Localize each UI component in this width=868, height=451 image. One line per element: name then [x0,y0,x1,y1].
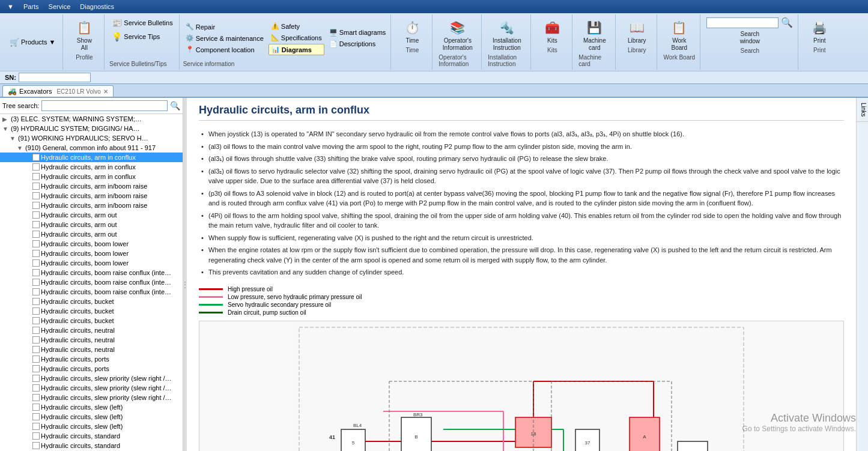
specifications-btn[interactable]: 📐 Specifications [269,32,324,43]
time-button[interactable]: ⏱️ Time [397,17,427,46]
tree-node[interactable]: Hydraulic circuits, ports [0,364,183,374]
tree-checkbox[interactable] [32,423,40,430]
kits-button[interactable]: 🧰 Kits [537,17,567,46]
operators-info-button[interactable]: 📚 Operator's Information [439,17,476,53]
tree-node[interactable]: Hydraulic circuits, boom raise conflux (… [0,287,183,297]
component-location-btn[interactable]: 📍 Component location [183,44,266,55]
smart-diagrams-btn[interactable]: 🖥️ Smart diagrams [327,28,389,38]
tree-node[interactable]: Hydraulic circuits, ports [0,354,183,364]
tree-checkbox[interactable] [32,346,40,353]
library-button[interactable]: 📖 Library [622,17,652,46]
tree-checkbox[interactable] [32,192,40,199]
tree-checkbox[interactable] [32,298,40,305]
tree-node[interactable]: Hydraulic circuits, boom raise conflux (… [0,268,183,277]
tree-node[interactable]: Hydraulic circuits, boom raise conflux (… [0,277,183,287]
tree-node[interactable]: Hydraulic circuits, neutral [0,325,183,335]
tree-checkbox[interactable] [32,211,40,219]
products-dropdown[interactable]: 🛒 Products ▼ [7,37,58,48]
tree-checkbox[interactable] [32,183,40,190]
tree-node[interactable]: Hydraulic circuits, arm in conflux [0,162,183,172]
tree-node[interactable]: Hydraulic circuits, boom lower [0,249,183,258]
tree-checkbox[interactable] [32,404,40,411]
tree-node[interactable]: Hydraulic circuits, arm in/boom raise [0,191,183,201]
service-bulletins-btn[interactable]: 📰 Service Bulletins [109,17,175,29]
tree-checkbox[interactable] [32,288,40,295]
safety-btn[interactable]: ⚠️ Safety [269,21,324,31]
tree-checkbox[interactable] [32,279,40,286]
tree-node[interactable]: Hydraulic circuits, slew (left) [0,402,183,412]
tree-node[interactable]: ▶(3) ELEC. SYSTEM; WARNING SYSTEM; INFOR… [0,114,183,124]
tree-node[interactable]: Hydraulic circuits, bucket [0,316,183,325]
diagnostics-tab[interactable]: Diagnostics [75,2,119,11]
machine-card-button[interactable]: 💾 Machine card [578,17,610,53]
tree-checkbox[interactable] [32,221,40,228]
tree-checkbox[interactable] [32,231,40,238]
tree-checkbox[interactable] [32,365,40,372]
tree-checkbox[interactable] [32,250,40,257]
tree-node[interactable]: Hydraulic circuits, arm in/boom raise [0,181,183,191]
legend-color-line [199,296,223,298]
tree-checkbox[interactable] [32,259,40,267]
service-tab[interactable]: Service [44,2,76,11]
tree-node[interactable]: Hydraulic circuits, boom lower [0,239,183,249]
tree-node[interactable]: Hydraulic circuits, arm out [0,229,183,239]
show-all-button[interactable]: 📋 ShowAll [69,17,99,53]
tree-checkbox[interactable] [32,336,40,344]
sn-input[interactable] [19,73,91,82]
tree-checkbox[interactable] [32,384,40,392]
search-window-button[interactable]: Searchwindow [735,29,765,46]
tree-checkbox[interactable] [32,317,40,324]
tree-node[interactable]: Hydraulic circuits, slew (left) [0,412,183,422]
tree-checkbox[interactable] [32,413,40,420]
tree-node[interactable]: Hydraulic circuits, bucket [0,306,183,316]
tree-node[interactable]: ▼(91) WORKING HYDRAULICS; SERVO HYDRAULI… [0,133,183,143]
tree-node[interactable]: Hydraulic circuits, neutral [0,335,183,345]
tree-checkbox[interactable] [32,394,40,401]
main-search-icon[interactable]: 🔍 [781,17,793,28]
work-board-button[interactable]: 📋 Work Board [663,17,695,53]
service-tips-btn[interactable]: 💡 Service Tips [109,31,175,43]
tree-node[interactable]: Hydraulic circuits, slew priority (slew … [0,374,183,383]
tree-checkbox[interactable] [32,240,40,247]
parts-tab[interactable]: Parts [19,2,44,11]
tree-checkbox[interactable] [32,327,40,334]
tree-checkbox[interactable] [32,375,40,382]
tree-node[interactable]: Hydraulic circuits, slew priority (slew … [0,393,183,402]
excavators-tab[interactable]: 🚜 Excavators EC210 LR Volvo ✕ [2,85,114,97]
print-button[interactable]: 🖨️ Print [804,17,834,46]
tree-checkbox[interactable] [32,202,40,209]
installation-button[interactable]: 🔩 Installation Instruction [488,17,526,53]
tree-node[interactable]: Hydraulic circuits, slew (left) [0,422,183,431]
descriptions-btn[interactable]: 📄 Descriptions [327,39,389,49]
links-tab[interactable]: Links [857,98,868,122]
tree-node[interactable]: Hydraulic circuits, standard [0,441,183,450]
tree-checkbox[interactable] [32,173,40,180]
tree-node[interactable]: Hydraulic circuits, boom lower [0,258,183,268]
tree-checkbox[interactable] [32,356,40,363]
tree-node[interactable]: Hydraulic circuits, bucket [0,297,183,306]
main-search-input[interactable] [706,17,778,28]
tree-node[interactable]: Hydraulic circuits, arm out [0,210,183,220]
tree-node[interactable]: Hydraulic circuits, standard [0,431,183,441]
tree-node[interactable]: Hydraulic circuits, arm out [0,220,183,229]
tree-checkbox[interactable] [32,442,40,449]
repair-btn[interactable]: 🔧 Repair [183,22,266,32]
tree-node[interactable]: Hydraulic circuits, neutral [0,345,183,354]
tree-checkbox[interactable] [32,269,40,276]
tree-node[interactable]: Hydraulic circuits, arm in/boom raise [0,201,183,210]
tree-node[interactable]: Hydraulic circuits, slew priority (slew … [0,383,183,393]
tree-checkbox[interactable] [32,154,40,161]
tree-checkbox[interactable] [32,163,40,171]
service-maintenance-btn[interactable]: ⚙️ Service & maintenance [183,33,266,43]
tree-node[interactable]: ▼(9) HYDRAULIC SYSTEM; DIGGING/ HANDLING… [0,124,183,133]
diagrams-btn[interactable]: 📊 Diagrams [269,44,324,55]
tree-search-input[interactable] [41,100,168,111]
tree-node[interactable]: Hydraulic circuits, arm in conflux [0,172,183,181]
tree-node[interactable]: ▼(910) General, common info about 911 - … [0,143,183,153]
tree-search-icon[interactable]: 🔍 [170,101,180,110]
quick-access-btn[interactable]: ▼ [2,2,19,11]
tree-checkbox[interactable] [32,307,40,315]
tree-checkbox[interactable] [32,432,40,440]
tab-close-btn[interactable]: ✕ [103,88,108,95]
tree-node[interactable]: Hydraulic circuits, arm in conflux [0,153,183,162]
